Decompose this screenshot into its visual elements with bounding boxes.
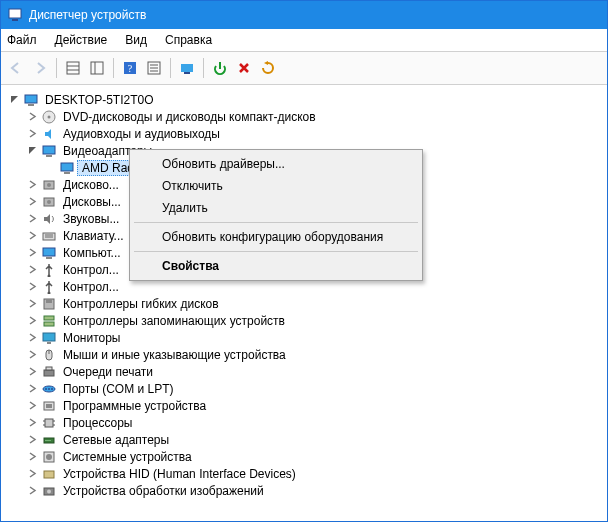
chevron-right-icon[interactable] <box>25 435 39 444</box>
toolbar-uninstall-icon[interactable] <box>233 57 255 79</box>
svg-rect-14 <box>184 72 190 74</box>
chevron-right-icon[interactable] <box>25 350 39 359</box>
tree-category[interactable]: Сетевые адаптеры <box>5 431 603 448</box>
svg-point-45 <box>45 388 47 390</box>
menu-help[interactable]: Справка <box>165 33 212 47</box>
chevron-right-icon[interactable] <box>25 333 39 342</box>
category-icon <box>41 262 57 278</box>
tree-root[interactable]: DESKTOP-5TI2T0O <box>5 91 603 108</box>
category-icon <box>41 279 57 295</box>
category-label: Сетевые адаптеры <box>61 433 171 447</box>
ctx-properties[interactable]: Свойства <box>132 255 420 277</box>
tree-category[interactable]: Мониторы <box>5 329 603 346</box>
chevron-right-icon[interactable] <box>25 265 39 274</box>
tree-category[interactable]: Процессоры <box>5 414 603 431</box>
ctx-scan-hardware[interactable]: Обновить конфигурацию оборудования <box>132 226 420 248</box>
category-icon <box>41 483 57 499</box>
svg-rect-39 <box>47 342 51 344</box>
tree-category[interactable]: Порты (COM и LPT) <box>5 380 603 397</box>
svg-point-18 <box>48 115 51 118</box>
chevron-right-icon[interactable] <box>25 282 39 291</box>
toolbar-back-icon[interactable] <box>5 57 27 79</box>
chevron-right-icon[interactable] <box>25 248 39 257</box>
ctx-update-drivers[interactable]: Обновить драйверы... <box>132 153 420 175</box>
chevron-right-icon[interactable] <box>25 452 39 461</box>
svg-rect-31 <box>46 257 52 259</box>
toolbar-showhide-icon[interactable] <box>86 57 108 79</box>
chevron-right-icon[interactable] <box>25 180 39 189</box>
toolbar-update-driver-icon[interactable] <box>176 57 198 79</box>
svg-rect-37 <box>44 322 54 326</box>
ctx-remove-label: Удалить <box>162 201 208 215</box>
tree-category[interactable]: Аудиовходы и аудиовыходы <box>5 125 603 142</box>
chevron-right-icon[interactable] <box>25 469 39 478</box>
tree-category[interactable]: Системные устройства <box>5 448 603 465</box>
chevron-right-icon[interactable] <box>25 299 39 308</box>
svg-rect-2 <box>67 62 79 74</box>
toolbar-enable-icon[interactable] <box>209 57 231 79</box>
svg-rect-0 <box>9 9 21 18</box>
toolbar-properties-icon[interactable] <box>143 57 165 79</box>
ctx-disable[interactable]: Отключить <box>132 175 420 197</box>
category-label: Контрол... <box>61 280 121 294</box>
chevron-down-icon[interactable] <box>25 146 39 155</box>
chevron-right-icon[interactable] <box>25 401 39 410</box>
svg-text:?: ? <box>128 63 133 74</box>
svg-point-60 <box>46 454 52 460</box>
chevron-right-icon[interactable] <box>25 384 39 393</box>
category-label: Устройства HID (Human Interface Devices) <box>61 467 298 481</box>
chevron-right-icon[interactable] <box>25 214 39 223</box>
chevron-right-icon[interactable] <box>25 231 39 240</box>
tree-category[interactable]: Мыши и иные указывающие устройства <box>5 346 603 363</box>
tree-category[interactable]: Программные устройства <box>5 397 603 414</box>
chevron-right-icon[interactable] <box>25 486 39 495</box>
toolbar-help-icon[interactable]: ? <box>119 57 141 79</box>
category-label: Процессоры <box>61 416 135 430</box>
tree-category[interactable]: Очереди печати <box>5 363 603 380</box>
category-icon <box>41 296 57 312</box>
chevron-right-icon[interactable] <box>25 112 39 121</box>
category-label: Контрол... <box>61 263 121 277</box>
toolbar-scan-icon[interactable] <box>257 57 279 79</box>
svg-point-26 <box>47 200 51 204</box>
ctx-remove[interactable]: Удалить <box>132 197 420 219</box>
svg-rect-19 <box>43 146 55 154</box>
svg-point-32 <box>48 274 51 277</box>
chevron-right-icon[interactable] <box>25 367 39 376</box>
chevron-down-icon[interactable] <box>7 95 21 104</box>
svg-rect-43 <box>46 367 52 370</box>
ctx-properties-label: Свойства <box>162 259 219 273</box>
tree-category[interactable]: Устройства обработки изображений <box>5 482 603 499</box>
tree-category[interactable]: Устройства HID (Human Interface Devices) <box>5 465 603 482</box>
chevron-right-icon[interactable] <box>25 129 39 138</box>
svg-rect-35 <box>46 299 52 303</box>
menu-view[interactable]: Вид <box>125 33 147 47</box>
device-tree: DESKTOP-5TI2T0O DVD-дисководы и дисковод… <box>1 85 607 503</box>
ctx-update-drivers-label: Обновить драйверы... <box>162 157 285 171</box>
category-icon <box>41 126 57 142</box>
chevron-right-icon[interactable] <box>25 418 39 427</box>
category-icon <box>41 415 57 431</box>
chevron-right-icon[interactable] <box>25 316 39 325</box>
category-icon <box>41 143 57 159</box>
tree-category[interactable]: Контроллеры запоминающих устройств <box>5 312 603 329</box>
category-icon <box>41 347 57 363</box>
svg-rect-1 <box>12 19 18 21</box>
tree-category[interactable]: Контроллеры гибких дисков <box>5 295 603 312</box>
menu-action[interactable]: Действие <box>55 33 108 47</box>
toolbar-separator <box>56 58 57 78</box>
svg-rect-13 <box>181 64 193 72</box>
ctx-separator <box>134 222 418 223</box>
tree-category[interactable]: DVD-дисководы и дисководы компакт-дисков <box>5 108 603 125</box>
category-icon <box>41 313 57 329</box>
category-label: Очереди печати <box>61 365 155 379</box>
svg-rect-5 <box>91 62 103 74</box>
category-icon <box>41 109 57 125</box>
category-icon <box>41 228 57 244</box>
toolbar-forward-icon[interactable] <box>29 57 51 79</box>
menu-file[interactable]: Файл <box>7 33 37 47</box>
svg-rect-42 <box>44 370 54 376</box>
category-icon <box>41 432 57 448</box>
toolbar-detail-icon[interactable] <box>62 57 84 79</box>
chevron-right-icon[interactable] <box>25 197 39 206</box>
